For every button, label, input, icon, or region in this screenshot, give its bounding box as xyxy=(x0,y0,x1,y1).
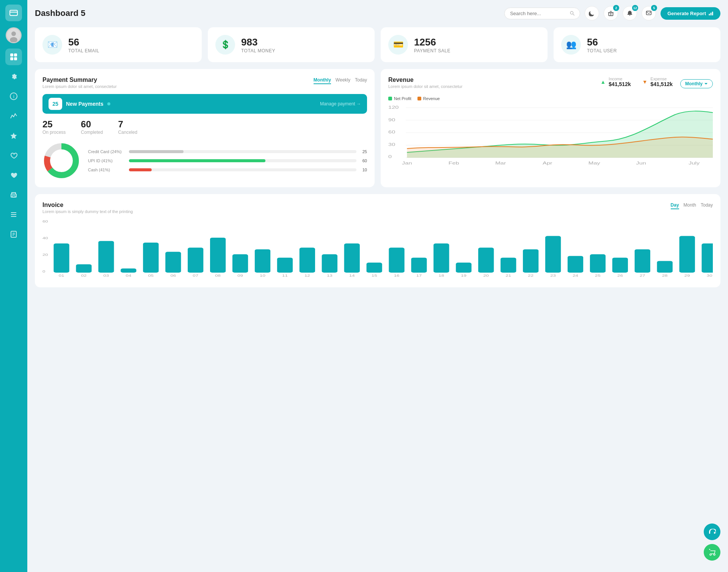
stat-number-total-user: 56 xyxy=(587,36,617,48)
invoice-bar[interactable] xyxy=(143,243,158,273)
invoice-bar[interactable] xyxy=(53,243,69,273)
stat-icon-payment-sale: 💳 xyxy=(388,35,408,55)
moon-icon xyxy=(589,10,595,16)
invoice-bar[interactable] xyxy=(612,258,628,273)
net-profit-label: Net Profit xyxy=(394,96,411,101)
svg-text:90: 90 xyxy=(388,118,395,122)
sidebar-item-dashboard[interactable] xyxy=(5,49,22,65)
invoice-bar[interactable] xyxy=(456,263,471,273)
sidebar-item-print[interactable] xyxy=(5,186,22,203)
invoice-x-label: 03 xyxy=(104,274,109,277)
badge-msg: 5 xyxy=(651,5,657,11)
stat-card-total-money: 💲 983 TOTAL MONEY xyxy=(208,27,375,62)
invoice-subtitle: Lorem ipsum is simply dummy text of the … xyxy=(42,209,133,214)
avatar[interactable] xyxy=(6,27,22,43)
invoice-bar[interactable] xyxy=(523,249,538,273)
svg-text:Feb: Feb xyxy=(449,161,459,165)
invoice-bar[interactable] xyxy=(545,236,561,273)
invoice-bar[interactable] xyxy=(657,261,673,273)
invoice-bar[interactable] xyxy=(255,249,270,273)
legend-net-profit: Net Profit xyxy=(388,96,411,101)
stat-label-payment-sale: PAYMENT SALE xyxy=(414,48,450,53)
svg-rect-6 xyxy=(14,53,17,56)
invoice-bar[interactable] xyxy=(568,256,583,273)
invoice-x-label: 01 xyxy=(59,274,64,277)
stat-icon-total-money: 💲 xyxy=(215,35,235,55)
invoice-bar[interactable] xyxy=(411,258,427,273)
dark-mode-btn[interactable] xyxy=(585,6,599,20)
gift-btn[interactable]: 2 xyxy=(604,6,618,20)
cart-float-btn[interactable] xyxy=(704,544,720,561)
stat-number-payment-sale: 1256 xyxy=(414,36,450,48)
invoice-bar[interactable] xyxy=(478,248,494,273)
invoice-bar[interactable] xyxy=(98,241,114,273)
invoice-x-label: 21 xyxy=(505,274,511,277)
invoice-bar[interactable] xyxy=(232,254,248,273)
invoice-bar[interactable] xyxy=(679,236,695,273)
inv-tab-day[interactable]: Day xyxy=(671,202,679,209)
invoice-bar[interactable] xyxy=(322,254,337,273)
messages-btn[interactable]: 5 xyxy=(642,6,656,20)
invoice-bar[interactable] xyxy=(121,268,136,273)
invoice-bar[interactable] xyxy=(635,249,650,273)
search-input[interactable] xyxy=(510,11,567,16)
invoice-x-label: 16 xyxy=(394,274,400,277)
support-float-btn[interactable] xyxy=(704,523,720,540)
stat-label-total-email: TOTAL EMAIL xyxy=(68,48,99,53)
invoice-bar[interactable] xyxy=(702,243,713,273)
generate-report-button[interactable]: Generate Report xyxy=(661,7,720,20)
sidebar-item-star[interactable] xyxy=(5,127,22,144)
invoice-bar[interactable] xyxy=(76,264,91,273)
invoice-bar[interactable] xyxy=(367,263,382,273)
invoice-bar[interactable] xyxy=(590,254,606,273)
sidebar-logo[interactable] xyxy=(5,5,22,21)
sidebar-item-analytics[interactable] xyxy=(5,108,22,124)
inv-tab-today[interactable]: Today xyxy=(701,202,713,209)
search-box[interactable] xyxy=(504,8,580,19)
payment-summary-subtitle: Lorem ipsum dolor sit amet, consectetur xyxy=(42,84,117,89)
invoice-bar[interactable] xyxy=(165,252,181,273)
tab-monthly[interactable]: Monthly xyxy=(314,77,331,84)
sidebar-item-doc[interactable] xyxy=(5,226,22,243)
invoice-bar[interactable] xyxy=(188,248,203,273)
tab-weekly[interactable]: Weekly xyxy=(336,77,350,84)
revenue-tab-label: Monthly xyxy=(685,81,703,86)
invoice-x-label: 14 xyxy=(349,274,355,277)
invoice-bar[interactable] xyxy=(500,258,516,273)
bell-icon xyxy=(627,10,633,16)
invoice-x-label: 20 xyxy=(483,274,489,277)
sidebar-item-heart-outline[interactable] xyxy=(5,147,22,164)
invoice-x-label: 19 xyxy=(461,274,467,277)
inv-tab-month[interactable]: Month xyxy=(684,202,696,209)
invoice-bar[interactable] xyxy=(344,243,360,273)
invoice-bar[interactable] xyxy=(433,243,449,273)
new-payments-dot xyxy=(107,102,110,105)
invoice-bar[interactable] xyxy=(210,238,226,273)
revenue-title: Revenue xyxy=(388,77,463,83)
stat-number-total-email: 56 xyxy=(68,36,99,48)
invoice-x-label: 15 xyxy=(372,274,377,277)
manage-payment-link[interactable]: Manage payment → xyxy=(320,101,361,107)
header: Dashboard 5 2 12 5 Generate Repo xyxy=(35,6,720,20)
search-icon xyxy=(570,11,574,16)
bottom-grid: Payment Summary Lorem ipsum dolor sit am… xyxy=(35,69,720,187)
invoice-x-label: 04 xyxy=(126,274,132,277)
sidebar-item-info[interactable]: i xyxy=(5,88,22,105)
sidebar: i xyxy=(0,0,27,572)
tab-today[interactable]: Today xyxy=(355,77,367,84)
invoice-y-label: 40 xyxy=(42,237,48,240)
notifications-btn[interactable]: 12 xyxy=(623,6,637,20)
sidebar-item-heart-fill[interactable] xyxy=(5,167,22,183)
revenue-chart: 120 90 60 30 0 xyxy=(388,103,713,179)
payment-bars: Credit Card (24%) 25 UPI ID (41%) 60 Cas… xyxy=(88,149,367,172)
invoice-x-label: 28 xyxy=(662,274,668,277)
invoice-bar[interactable] xyxy=(389,248,404,273)
svg-text:Mar: Mar xyxy=(495,161,506,165)
invoice-bar[interactable] xyxy=(300,248,315,273)
sidebar-item-list[interactable] xyxy=(5,206,22,223)
revenue-legend: Net Profit Revenue xyxy=(388,96,713,101)
sidebar-item-settings[interactable] xyxy=(5,68,22,85)
invoice-bar[interactable] xyxy=(277,258,293,273)
revenue-month-dropdown[interactable]: Monthly xyxy=(680,79,713,88)
invoice-x-label: 05 xyxy=(148,274,154,277)
